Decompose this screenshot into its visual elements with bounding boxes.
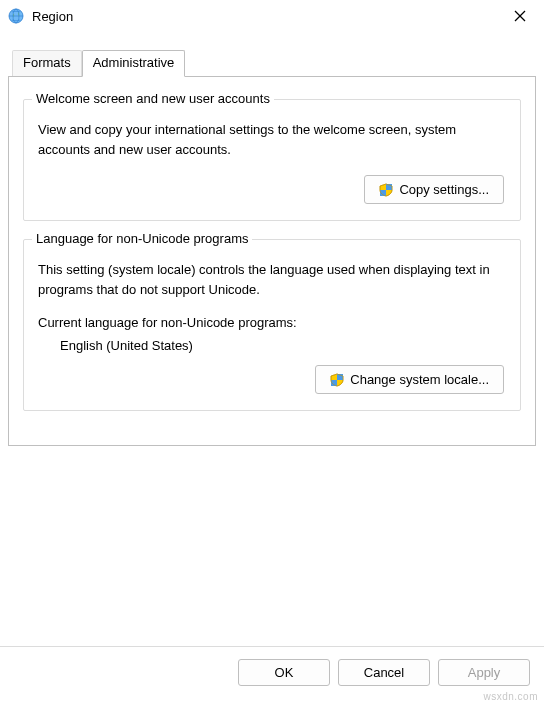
close-button[interactable] xyxy=(500,2,540,30)
tab-formats[interactable]: Formats xyxy=(12,50,82,76)
group-welcome-screen: Welcome screen and new user accounts Vie… xyxy=(23,99,521,221)
current-language-value: English (United States) xyxy=(60,338,506,353)
dialog-buttons: OK Cancel Apply xyxy=(0,646,544,686)
change-system-locale-label: Change system locale... xyxy=(350,372,489,387)
shield-icon xyxy=(330,373,344,387)
copy-settings-label: Copy settings... xyxy=(399,182,489,197)
locale-description: This setting (system locale) controls th… xyxy=(38,260,506,299)
group-welcome-title: Welcome screen and new user accounts xyxy=(32,91,274,106)
shield-icon xyxy=(379,183,393,197)
tabs: Formats Administrative xyxy=(0,32,544,76)
apply-button[interactable]: Apply xyxy=(438,659,530,686)
window-title: Region xyxy=(32,9,500,24)
ok-button[interactable]: OK xyxy=(238,659,330,686)
tab-panel-administrative: Welcome screen and new user accounts Vie… xyxy=(8,76,536,446)
close-icon xyxy=(514,10,526,22)
group-non-unicode: Language for non-Unicode programs This s… xyxy=(23,239,521,411)
tab-administrative[interactable]: Administrative xyxy=(82,50,186,77)
globe-icon xyxy=(8,8,24,24)
welcome-description: View and copy your international setting… xyxy=(38,120,506,159)
current-language-label: Current language for non-Unicode program… xyxy=(38,315,506,330)
group-non-unicode-title: Language for non-Unicode programs xyxy=(32,231,252,246)
titlebar: Region xyxy=(0,0,544,32)
change-system-locale-button[interactable]: Change system locale... xyxy=(315,365,504,394)
watermark: wsxdn.com xyxy=(483,691,538,702)
copy-settings-button[interactable]: Copy settings... xyxy=(364,175,504,204)
cancel-button[interactable]: Cancel xyxy=(338,659,430,686)
